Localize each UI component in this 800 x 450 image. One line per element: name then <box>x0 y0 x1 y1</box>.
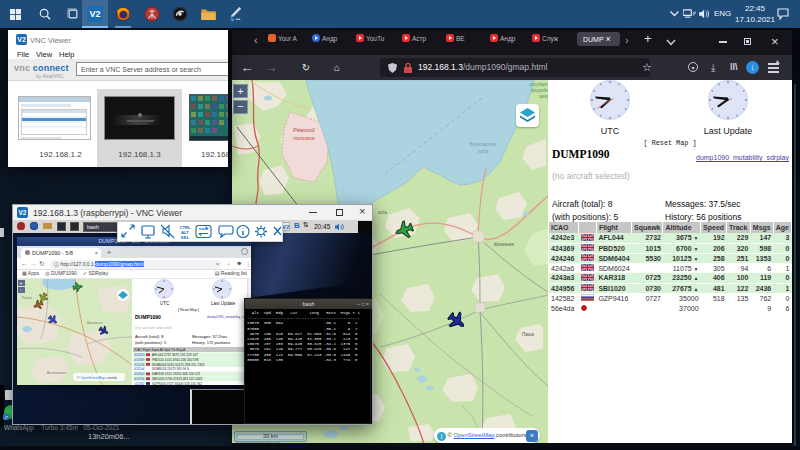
svg-text:+: + <box>20 280 23 286</box>
svg-text:424263: 424263 <box>134 353 145 357</box>
svg-text:SDM6404 5530 10125 258 251 135: SDM6404 5530 10125 258 251 1353 <box>152 363 205 367</box>
svg-text:Кисельня: Кисельня <box>87 321 102 325</box>
svg-text:Aircraft (total): 8: Aircraft (total): 8 <box>135 334 164 339</box>
svg-text:Всеволожск: Всеволожск <box>47 371 67 375</box>
svg-text:Рахья: Рахья <box>22 296 32 300</box>
svg-text:Last Update: Last Update <box>211 301 236 306</box>
svg-text:dump1090_mutability_sdrplay: dump1090_mutability_sdrplay <box>207 315 247 319</box>
svg-text:GZP9416 0727 35000 518 135 762: GZP9416 0727 35000 518 135 762 <box>152 382 202 385</box>
svg-text:государс: государс <box>529 82 548 87</box>
svg-text:Волховская: Волховская <box>470 141 497 147</box>
svg-text:[ Reset Map ]: [ Reset Map ] <box>178 308 199 312</box>
svg-text:424246: 424246 <box>134 363 145 367</box>
svg-text:губа: губа <box>478 148 489 154</box>
svg-text:Кисельня: Кисельня <box>494 242 514 247</box>
svg-text:(no aircraft selected): (no aircraft selected) <box>135 325 172 330</box>
svg-text:KAR318 0725 23250 406 100 121: KAR318 0725 23250 406 100 121 <box>152 372 200 376</box>
svg-text:SDM6024 11075 305 94 6: SDM6024 11075 305 94 6 <box>152 367 189 371</box>
svg-text:DUMP1090: DUMP1090 <box>135 314 161 320</box>
svg-text:424956: 424956 <box>134 377 145 381</box>
svg-text:4243a3: 4243a3 <box>134 372 145 376</box>
svg-text:(with positions): 5: (with positions): 5 <box>135 340 167 345</box>
svg-text:AFL044 2732 3675 192 229 147: AFL044 2732 3675 192 229 147 <box>152 353 198 357</box>
svg-text:Messages: 37.2/sec: Messages: 37.2/sec <box>192 334 228 339</box>
svg-text:зака: зака <box>538 94 548 99</box>
svg-text:Ряжский: Ряжский <box>293 127 315 133</box>
svg-text:DEL: DEL <box>181 235 190 240</box>
svg-text:SBI1020 0730 27675 481 122 244: SBI1020 0730 27675 481 122 2443 <box>152 377 203 381</box>
svg-text:424369: 424369 <box>134 358 145 362</box>
svg-text:History: 172 positions: History: 172 positions <box>192 340 230 345</box>
svg-text:© OpenStreetMap contrib.: © OpenStreetMap contrib. <box>77 376 118 380</box>
svg-text:природн: природн <box>531 88 548 93</box>
svg-text:142582: 142582 <box>134 382 145 385</box>
svg-text:UTC: UTC <box>160 301 170 306</box>
svg-text:ICAO Flight Sqwk Alt Spd: ICAO Flight Sqwk Alt Spd Trk Msg A <box>134 348 186 352</box>
svg-text:полигон: полигон <box>294 135 315 141</box>
svg-text:PBD520 1015 6700 206 320 598: PBD520 1015 6700 206 320 598 <box>152 358 199 362</box>
svg-text:4242a6: 4242a6 <box>134 367 145 371</box>
svg-text:ость: ость <box>378 210 388 215</box>
svg-text:Паша: Паша <box>522 332 534 337</box>
